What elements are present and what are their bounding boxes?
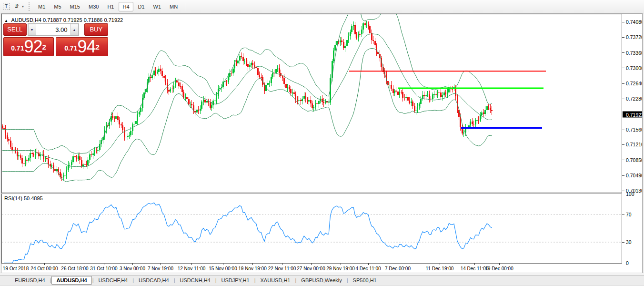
price-axis-tick (622, 83, 624, 84)
time-axis-label: 14 Dec 11:00 (461, 266, 489, 271)
rsi-indicator-chart[interactable] (0, 194, 644, 264)
time-axis-tick (311, 263, 312, 265)
tab-separator: | (347, 277, 348, 283)
tab-separator: | (295, 277, 297, 283)
buy-price-sup: 2 (95, 38, 99, 57)
sell-button[interactable]: SELL (3, 23, 27, 36)
chart-window: ▲ AUDUSD,H4 0.71887 0.71925 0.71886 0.71… (0, 13, 644, 273)
tab-separator: | (92, 277, 94, 283)
chart-tab-xauusd[interactable]: XAUUSD,H1 (256, 276, 295, 284)
chart-symbol-header: ▲ AUDUSD,H4 0.71887 0.71925 0.71886 0.71… (4, 17, 123, 23)
price-axis-label: 0.70850 (626, 157, 644, 163)
time-axis-tick (16, 263, 16, 265)
tab-separator: | (132, 277, 134, 283)
timeframe-buttons: M1M5M15M30H1H4D1W1MN (34, 4, 182, 10)
timeframe-button-w1[interactable]: W1 (150, 2, 165, 11)
chart-tab-usdchf[interactable]: USDCHF,H4 (94, 276, 132, 284)
time-axis-label: 24 Oct 00:00 (30, 266, 58, 271)
time-axis-tick (252, 263, 253, 265)
tab-separator: | (254, 277, 256, 283)
time-axis-tick (368, 263, 369, 265)
chart-tab-usdcnh[interactable]: USDCNH,H4 (176, 276, 215, 284)
price-axis-label: 0.70490 (626, 173, 644, 178)
current-price-tag: 0.71922 (623, 111, 644, 117)
time-axis-label: 26 Oct 18:00 (61, 266, 88, 271)
sell-price-sup: 2 (42, 38, 46, 57)
chart-tab-audusd[interactable]: AUDUSD,H4 (51, 276, 91, 285)
time-axis-label: 19 Oct 2018 (3, 266, 29, 271)
time-axis-tick (132, 263, 133, 265)
rsi-axis-tick (622, 242, 624, 243)
rsi-axis: 10070300 (622, 194, 644, 264)
timeframe-button-m5[interactable]: M5 (50, 2, 65, 11)
top-toolbar: T ⇵ ▾ M1M5M15M30H1H4D1W1MN (0, 0, 644, 13)
timeframe-button-h4[interactable]: H4 (119, 2, 133, 11)
text-tool-icon[interactable]: T (2, 2, 10, 11)
rsi-axis-label: 0 (626, 260, 629, 266)
time-axis-tick (161, 263, 161, 265)
timeframe-button-m1[interactable]: M1 (34, 2, 49, 11)
chart-tab-bar: EURUSD,H4|AUDUSD,H4|USDCHF,H4|USDCAD,H4|… (0, 275, 644, 285)
timeframe-button-m30[interactable]: M30 (85, 2, 102, 11)
collapse-panel-icon[interactable]: ▲ (4, 19, 8, 23)
chart-tab-usdjpy[interactable]: USDJPY,H1 (217, 276, 254, 284)
time-axis-label: 29 Nov 19:00 (326, 266, 355, 271)
buy-button[interactable]: BUY (84, 23, 108, 36)
price-axis-label: 0.71210 (626, 142, 644, 147)
window-left-edge (0, 13, 1, 273)
price-axis-tick (622, 160, 624, 160)
timeframe-button-h1[interactable]: H1 (103, 2, 118, 11)
toolbar-grip[interactable] (29, 2, 31, 11)
price-axis-tick (622, 191, 624, 191)
price-axis-tick (622, 37, 624, 38)
time-axis-tick (44, 263, 45, 265)
time-axis-tick (341, 263, 341, 265)
time-axis-tick (104, 263, 104, 265)
price-axis-label: 0.71560 (626, 127, 644, 133)
chart-tab-sp500[interactable]: SP500,H1 (349, 276, 381, 284)
price-axis-tick (622, 52, 624, 53)
volume-decrease-button[interactable]: ▼ (28, 24, 36, 35)
time-axis-tick (440, 263, 440, 265)
price-axis-label: 0.73000 (626, 65, 644, 71)
volume-increase-button[interactable]: ▲ (70, 24, 79, 35)
chart-tab-eurusd[interactable]: EURUSD,H4 (10, 276, 50, 284)
timeframe-button-m15[interactable]: M15 (66, 2, 84, 11)
price-axis-label: 0.72280 (626, 96, 644, 102)
volume-spinner: ▼ 3.00 ▲ (28, 23, 79, 36)
symbol-name: AUDUSD,H4 (11, 17, 41, 23)
time-axis-label: 7 Dec 00:00 (385, 266, 411, 271)
buy-price-prefix: 0.71 (64, 42, 77, 54)
price-axis-tick (622, 99, 624, 99)
time-axis-label: 4 Dec 11:00 (355, 266, 381, 271)
time-axis-label: 3 Nov 00:00 (120, 266, 145, 271)
one-click-trading-panel: SELL ▼ 3.00 ▲ BUY 0.71 92 2 0.71 94 2 (3, 23, 108, 56)
time-axis-tick (191, 263, 192, 265)
price-axis-label: 0.73360 (626, 50, 644, 56)
time-axis-label: 19 Nov 19:00 (238, 266, 267, 271)
price-axis-tick (622, 22, 624, 22)
price-axis-label: 0.72640 (626, 81, 644, 86)
timeframe-button-d1[interactable]: D1 (134, 2, 149, 11)
price-axis-label: 0.74080 (626, 19, 644, 25)
buy-price-box[interactable]: 0.71 94 2 (56, 37, 108, 56)
chart-tab-gbpusd[interactable]: GBPUSD,Weekly (297, 276, 346, 284)
volume-input[interactable]: 3.00 (36, 24, 70, 35)
sell-price-box[interactable]: 0.71 92 2 (3, 37, 54, 56)
tool-dropdown-caret-icon[interactable]: ▾ (22, 4, 24, 9)
price-axis-tick (622, 130, 624, 130)
toolbar-separator (185, 2, 185, 11)
tab-separator: | (215, 277, 217, 283)
time-axis-label: 12 Nov 11:00 (178, 266, 206, 271)
rsi-line (4, 203, 492, 263)
price-axis-tick (622, 175, 624, 176)
sell-price-prefix: 0.71 (11, 42, 24, 54)
time-axis-label: 22 Nov 11:00 (268, 266, 296, 271)
timeframe-button-mn[interactable]: MN (166, 2, 181, 11)
cycle-lines-tool-icon[interactable]: ⇵ (12, 2, 21, 11)
price-axis: 0.740800.737200.733600.730000.726400.722… (622, 14, 644, 193)
tab-separator: | (50, 277, 51, 283)
time-axis: 19 Oct 201824 Oct 00:0026 Oct 18:0031 Oc… (0, 263, 622, 273)
price-axis-label: 0.73720 (626, 34, 644, 40)
chart-tab-usdcad[interactable]: USDCAD,H4 (134, 276, 173, 284)
